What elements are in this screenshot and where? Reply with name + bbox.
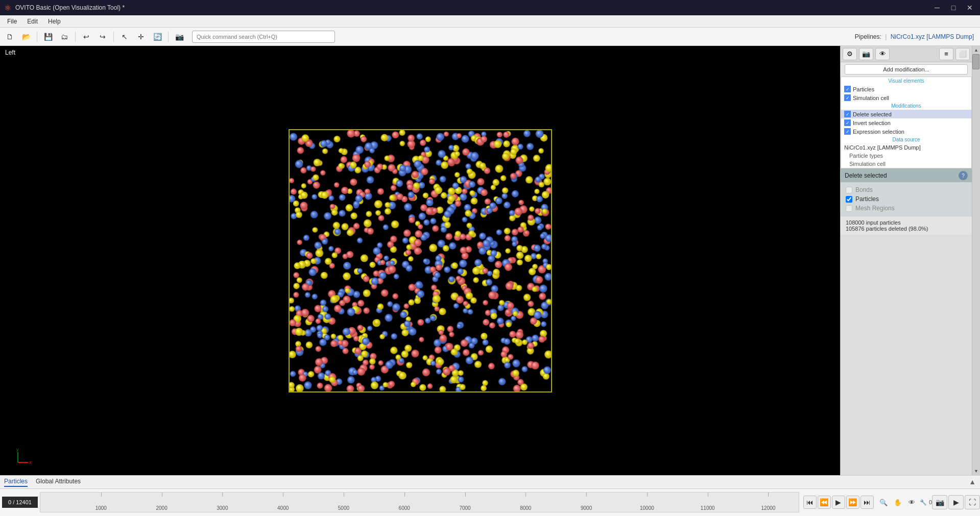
particle-viewport [289, 129, 552, 392]
zoom-button[interactable]: 🔍 [877, 496, 890, 509]
particle-types-item[interactable]: Particle types [841, 152, 971, 160]
fullscreen-button[interactable]: ⛶ [965, 495, 980, 509]
maximize-button[interactable]: □ [947, 2, 960, 14]
far-right-bottom-btn[interactable]: ▼ [972, 467, 980, 475]
stats-line1: 108000 input particles [846, 219, 967, 226]
tick-label: 5000 [338, 505, 349, 511]
menu-file[interactable]: File [2, 17, 22, 26]
frame-display[interactable]: 0 / 12401 [2, 497, 38, 508]
bottom-tabs-list: Particles Global Attributes [4, 477, 81, 487]
bonds-checkbox[interactable] [846, 187, 852, 193]
tab-global-attributes[interactable]: Global Attributes [36, 477, 81, 487]
tick-label: 3000 [217, 505, 228, 511]
pipeline-list: Visual elements ✓ Particles ✓ Simulation… [841, 77, 972, 168]
mesh-regions-checkbox[interactable] [846, 205, 852, 212]
redo-button[interactable]: ↪ [95, 30, 110, 44]
mesh-regions-label: Mesh Regions [855, 205, 895, 212]
step-forward-button[interactable]: ⏩ [846, 496, 859, 509]
toolbar-sep-3 [113, 32, 114, 42]
delete-selected-checkbox[interactable]: ✓ [844, 111, 851, 117]
pipeline-tab[interactable]: ⚙ [843, 48, 857, 60]
tick-label: 10000 [640, 505, 654, 511]
tick-label: 4000 [277, 505, 289, 511]
select-button[interactable]: ↖ [117, 30, 132, 44]
toolbar: 🗋 📂 💾 🗂 ↩ ↪ ↖ ✛ 🔄 📷 Pipelines: | NiCrCo1… [0, 28, 980, 46]
tick-label: 11000 [701, 505, 715, 511]
render-tab[interactable]: 📷 [859, 48, 873, 60]
titlebar-left: ⚛ OVITO Basic (Open Visualization Tool) … [4, 3, 125, 13]
step-back-button[interactable]: ⏪ [818, 496, 831, 509]
invert-selection-mod-item[interactable]: ✓ Invert selection [841, 118, 971, 127]
hand-button[interactable]: ✋ [891, 496, 904, 509]
bottom-collapse-button[interactable]: ▲ [969, 478, 976, 486]
expression-selection-label: Expression selection [853, 129, 904, 135]
tick-label: 2000 [156, 505, 167, 511]
open-button[interactable]: 📂 [18, 30, 34, 44]
invert-selection-label: Invert selection [853, 120, 891, 126]
collapse-right-btn[interactable]: ≡ [939, 48, 953, 60]
screen-buttons: 📷 ▶ ⛶ [932, 495, 980, 509]
svg-text:x: x [29, 460, 32, 465]
stats-line2: 105876 particles deleted (98.0%) [846, 226, 967, 232]
bottom-panel: Particles Global Attributes ▲ 0 / 12401 … [0, 475, 980, 516]
particles-option: Particles [846, 194, 967, 204]
app-icon: ⚛ [4, 3, 11, 13]
undo-button[interactable]: ↩ [79, 30, 94, 44]
minimize-button[interactable]: ─ [931, 2, 943, 14]
viewport[interactable]: Left x y [0, 46, 840, 475]
delete-selected-mod-item[interactable]: ✓ Delete selected [841, 110, 971, 118]
rotate-button[interactable]: 🔄 [150, 30, 165, 44]
search-input[interactable] [192, 31, 335, 43]
particles-visual-checkbox[interactable]: ✓ [844, 86, 851, 92]
app-title: OVITO Basic (Open Visualization Tool) * [15, 4, 125, 11]
sim-cell-visual-checkbox[interactable]: ✓ [844, 94, 851, 101]
visual-elements-header: Visual elements [841, 77, 971, 85]
screenshot-button[interactable]: 📷 [172, 30, 187, 44]
speed-control: 🔧 0 [920, 499, 932, 506]
mesh-regions-option: Mesh Regions [846, 204, 967, 213]
titlebar: ⚛ OVITO Basic (Open Visualization Tool) … [0, 0, 980, 15]
add-modification-button[interactable]: Add modification... [845, 64, 968, 75]
data-source-file-item[interactable]: NiCrCo1.xyz [LAMMPS Dump] [841, 143, 971, 152]
save-as-button[interactable]: 🗂 [57, 30, 72, 44]
help-button[interactable]: ? [959, 171, 968, 180]
delete-panel-content: Bonds Particles Mesh Regions [841, 182, 972, 216]
camera-button[interactable]: 📷 [932, 495, 947, 509]
particle-canvas [290, 130, 551, 391]
expression-selection-mod-item[interactable]: ✓ Expression selection [841, 127, 971, 136]
expand-right-btn[interactable]: ⬜ [955, 48, 970, 60]
eye-button[interactable]: 👁 [905, 496, 919, 509]
toolbar-sep-1 [37, 32, 37, 42]
close-button[interactable]: ✕ [964, 2, 976, 14]
timeline: 0 / 12401 100020003000400050006000700080… [0, 489, 980, 516]
pipeline-label: Pipelines: | NiCrCo1.xyz [LAMMPS Dump] [855, 33, 974, 40]
transform-button[interactable]: ✛ [133, 30, 149, 44]
far-right-top-btn[interactable]: ▲ [972, 46, 980, 54]
menu-edit[interactable]: Edit [22, 17, 43, 26]
sim-cell-visual-item[interactable]: ✓ Simulation cell [841, 93, 971, 102]
particles-visual-item[interactable]: ✓ Particles [841, 85, 971, 93]
particles-checkbox[interactable] [846, 196, 852, 203]
particles-visual-label: Particles [853, 86, 874, 92]
invert-selection-checkbox[interactable]: ✓ [844, 119, 851, 126]
svg-text:y: y [16, 447, 19, 452]
record-button[interactable]: ▶ [948, 495, 964, 509]
delete-selected-label: Delete selected [853, 111, 892, 117]
new-button[interactable]: 🗋 [2, 30, 17, 44]
far-right-thumb[interactable] [972, 54, 979, 69]
far-right-panel: ▲ ▼ [972, 46, 980, 475]
sim-cell-data-label: Simulation cell [849, 161, 886, 167]
expression-selection-checkbox[interactable]: ✓ [844, 128, 851, 135]
goto-end-button[interactable]: ⏭ [861, 496, 874, 509]
sim-cell-data-item[interactable]: Simulation cell [841, 160, 971, 168]
far-right-track [972, 54, 980, 467]
goto-start-button[interactable]: ⏮ [803, 496, 817, 509]
pipeline-selector[interactable]: NiCrCo1.xyz [LAMMPS Dump] [891, 33, 974, 40]
play-button[interactable]: ▶ [832, 496, 845, 509]
view-tab[interactable]: 👁 [875, 48, 890, 60]
tab-particles[interactable]: Particles [4, 477, 28, 487]
menu-help[interactable]: Help [43, 17, 66, 26]
save-button[interactable]: 💾 [40, 30, 56, 44]
axes-indicator: x y [15, 439, 41, 465]
timeline-track[interactable]: 1000200030004000500060007000800090001000… [40, 492, 799, 512]
